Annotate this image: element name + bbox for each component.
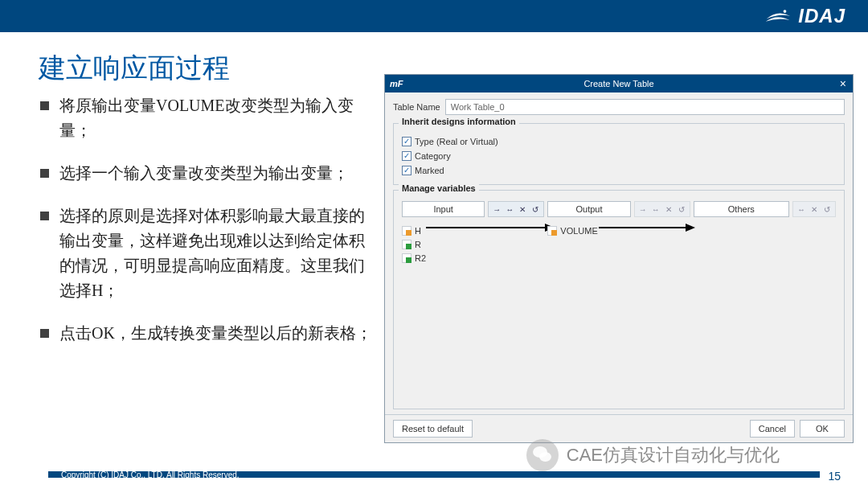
input-header-button[interactable]: Input <box>402 201 485 217</box>
create-new-table-dialog: mF Create New Table × Table Name Inherit… <box>384 74 854 443</box>
inherit-marked-row[interactable]: ✓ Marked <box>402 163 836 178</box>
inherit-type-row[interactable]: ✓ Type (Real or Virtual) <box>402 134 836 149</box>
brand-name: IDAJ <box>798 5 845 27</box>
flag-icon <box>547 226 557 236</box>
ok-button[interactable]: OK <box>800 420 845 438</box>
reset-button[interactable]: Reset to default <box>393 420 473 438</box>
table-name-row: Table Name <box>385 92 853 118</box>
bullet-item: 将原输出变量VOLUME改变类型为输入变量； <box>40 93 378 143</box>
delete-icon[interactable]: ✕ <box>808 203 821 216</box>
others-tools[interactable]: ↔ ✕ ↺ <box>792 201 836 217</box>
manage-group-title: Manage variables <box>399 183 479 193</box>
flag-icon <box>402 240 411 249</box>
output-tools[interactable]: → ↔ ✕ ↺ <box>634 201 690 217</box>
dialog-title: Create New Table <box>385 79 853 88</box>
slide-body: 将原输出变量VOLUME改变类型为输入变量； 选择一个输入变量改变类型为输出变量… <box>40 93 378 364</box>
table-name-label: Table Name <box>393 102 440 112</box>
bullet-item: 点击OK，生成转换变量类型以后的新表格； <box>40 321 378 346</box>
move-right-icon[interactable]: → <box>637 203 649 216</box>
output-header-button[interactable]: Output <box>547 201 630 217</box>
dialog-titlebar[interactable]: mF Create New Table × <box>385 75 853 92</box>
undo-icon[interactable]: ↺ <box>675 203 688 216</box>
others-column: Others ↔ ✕ ↺ <box>694 201 836 405</box>
manage-variables-group: Manage variables Input → ↔ ✕ ↺ <box>393 190 845 409</box>
bullet-item: 选择一个输入变量改变类型为输出变量； <box>40 161 378 186</box>
undo-icon[interactable]: ↺ <box>529 203 542 216</box>
swap-icon[interactable]: ↔ <box>503 203 516 216</box>
inherit-type-label: Type (Real or Virtual) <box>415 137 498 146</box>
others-header-button[interactable]: Others <box>694 201 789 217</box>
inherit-marked-label: Marked <box>415 166 444 175</box>
flag-icon <box>402 226 411 236</box>
close-icon[interactable]: × <box>840 78 846 89</box>
inherit-category-row[interactable]: ✓ Category <box>402 149 836 163</box>
slide-title: 建立响应面过程 <box>39 50 230 87</box>
input-tools[interactable]: → ↔ ✕ ↺ <box>488 201 544 217</box>
swap-icon[interactable]: ↔ <box>649 203 662 216</box>
slide-header: IDAJ <box>0 0 868 32</box>
var-h-row[interactable]: H <box>402 224 544 237</box>
dialog-button-row: Reset to default Cancel OK <box>385 414 853 442</box>
swap-icon[interactable]: ↔ <box>795 203 808 216</box>
slide-footer: Copyright (C) IDAJ Co., LTD. All Rights … <box>0 460 868 486</box>
cancel-button[interactable]: Cancel <box>750 420 795 438</box>
delete-icon[interactable]: ✕ <box>516 203 529 216</box>
checkbox-icon[interactable]: ✓ <box>402 151 411 161</box>
copyright: Copyright (C) IDAJ Co., LTD. All Rights … <box>61 471 240 479</box>
input-var-list[interactable]: H R R2 <box>402 220 544 405</box>
var-r2-row[interactable]: R2 <box>402 251 544 265</box>
output-column: Output → ↔ ✕ ↺ VOLUME <box>547 201 690 405</box>
input-column: Input → ↔ ✕ ↺ H R <box>402 201 544 405</box>
flag-icon <box>402 253 411 263</box>
inherit-group-title: Inherit designs information <box>399 117 519 126</box>
page-number: 15 <box>828 470 841 483</box>
table-name-input[interactable] <box>445 99 845 115</box>
var-volume-row[interactable]: VOLUME <box>547 224 690 237</box>
move-right-icon[interactable]: → <box>490 203 503 216</box>
var-r-row[interactable]: R <box>402 237 544 251</box>
brand-logo: IDAJ <box>764 5 845 27</box>
checkbox-icon[interactable]: ✓ <box>402 166 411 175</box>
inherit-group: Inherit designs information ✓ Type (Real… <box>393 123 845 185</box>
idaj-swoosh-icon <box>764 6 792 26</box>
others-var-list[interactable] <box>694 220 836 405</box>
svg-point-0 <box>784 10 787 13</box>
output-var-list[interactable]: VOLUME <box>547 220 690 405</box>
undo-icon[interactable]: ↺ <box>821 203 833 216</box>
checkbox-icon[interactable]: ✓ <box>402 137 411 146</box>
delete-icon[interactable]: ✕ <box>662 203 675 216</box>
bullet-item: 选择的原则是选择对体积影响最大最直接的输出变量，这样避免出现难以达到给定体积的情… <box>40 203 378 303</box>
inherit-category-label: Category <box>415 151 451 161</box>
